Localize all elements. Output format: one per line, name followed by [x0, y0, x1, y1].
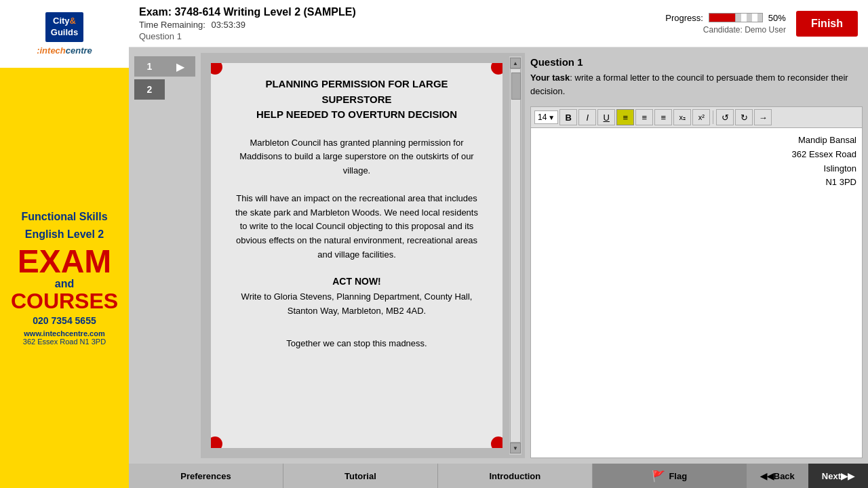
redo-button[interactable]: ↻ — [735, 109, 753, 125]
q-btn-1-row: 1 ▶ — [134, 56, 195, 77]
progress-seg-1 — [709, 14, 736, 22]
progress-percent: 50% — [768, 13, 786, 23]
preferences-button[interactable]: Preferences — [129, 464, 283, 488]
flag-icon: 🚩 — [652, 470, 665, 483]
question-label: Question 1 — [139, 31, 665, 41]
question-nav-btn-1[interactable]: 1 — [134, 56, 165, 77]
doc-address-line2: Stanton Way, Marbleton, MB2 4AD. — [288, 306, 426, 316]
ad-address: 362 Essex Road N1 3PD — [23, 338, 106, 346]
bold-button[interactable]: B — [559, 109, 577, 125]
amp-text: & — [70, 16, 76, 26]
city-text: City — [53, 16, 70, 26]
editor-line3: Islington — [824, 163, 856, 174]
subscript-button[interactable]: x₂ — [673, 109, 691, 125]
toolbar-sep — [713, 110, 713, 124]
corner-decoration-br — [491, 436, 502, 448]
scroll-track[interactable] — [510, 68, 521, 443]
header: Exam: 3748-614 Writing Level 2 (SAMPLE) … — [129, 0, 868, 47]
editor-area[interactable]: Mandip Bansal 362 Essex Road Islington N… — [530, 127, 863, 458]
special-char-button[interactable]: → — [754, 109, 772, 125]
intech-logo: :intechcentre — [37, 45, 92, 56]
sidebar: City& Guilds :intechcentre Functional Sk… — [0, 0, 129, 488]
flag-section: 🚩 Flag — [593, 464, 747, 488]
guilds-text: Guilds — [51, 27, 78, 37]
tutorial-button[interactable]: Tutorial — [283, 464, 438, 488]
progress-bar — [709, 13, 763, 22]
task-label: Your task — [530, 73, 570, 83]
nav-section: ◀◀ Back Next ▶▶ — [747, 464, 868, 488]
doc-para2: This will have an impact on the recreati… — [231, 192, 482, 262]
font-size-selector[interactable]: 14 ▼ — [534, 110, 558, 124]
time-value: 03:53:39 — [211, 20, 245, 30]
ad-exam-text: EXAM — [18, 245, 112, 278]
superscript-button[interactable]: x² — [692, 109, 710, 125]
task-text: : write a formal letter to the council t… — [530, 73, 848, 96]
doc-act-now: ACT NOW! — [332, 276, 381, 287]
exam-title: Exam: 3748-614 Writing Level 2 (SAMPLE) — [139, 6, 665, 18]
progress-row: Progress: 50% — [665, 13, 786, 23]
doc-title-line2: HELP NEEDED TO OVERTURN DECISION — [256, 108, 457, 120]
document-area: PLANNING PERMISSION FOR LARGE SUPERSTORE… — [201, 53, 525, 458]
document-paper: PLANNING PERMISSION FOR LARGE SUPERSTORE… — [211, 63, 502, 448]
editor-line2: 362 Essex Road — [792, 149, 856, 159]
introduction-button[interactable]: Introduction — [438, 464, 593, 488]
font-size-arrow: ▼ — [548, 114, 555, 121]
ad-courses-text: COURSES — [11, 290, 118, 312]
editor-line4: N1 3PD — [825, 177, 856, 187]
candidate-label: Candidate: Demo User — [703, 25, 786, 35]
editor-line1: Mandip Bansal — [798, 135, 856, 145]
scroll-up-btn[interactable]: ▲ — [510, 58, 521, 68]
question-title: Question 1 — [530, 56, 863, 68]
question-task: Your task: write a formal letter to the … — [530, 71, 863, 98]
corner-decoration-tl — [211, 63, 222, 75]
progress-seg-2 — [736, 14, 762, 22]
doc-scrollbar[interactable]: ▲ ▼ — [509, 56, 521, 455]
ad-title-line2: English Level 2 — [25, 228, 104, 242]
editor-toolbar: 14 ▼ B I U ≡ ≡ ≡ x₂ x² ↺ ↻ → — [530, 106, 863, 127]
back-label: Back — [774, 471, 795, 481]
header-info: Exam: 3748-614 Writing Level 2 (SAMPLE) … — [139, 6, 665, 41]
bottom-bar: Preferences Tutorial Introduction 🚩 Flag… — [129, 464, 868, 488]
font-size-value: 14 — [538, 113, 547, 122]
right-panel: Question 1 Your task: write a formal let… — [530, 53, 863, 458]
time-remaining: Time Remaining: 03:53:39 — [139, 20, 665, 30]
scroll-thumb[interactable] — [511, 73, 521, 100]
italic-button[interactable]: I — [578, 109, 596, 125]
doc-para1: Marbleton Council has granted planning p… — [231, 136, 482, 178]
scroll-down-btn[interactable]: ▼ — [510, 443, 521, 453]
ad-phone: 020 7354 5655 — [33, 315, 96, 326]
corner-decoration-bl — [211, 436, 222, 448]
question-nav: 1 ▶ 2 — [134, 53, 195, 458]
next-button[interactable]: Next ▶▶ — [808, 464, 868, 488]
align-center-button[interactable]: ≡ — [635, 109, 653, 125]
flag-label: Flag — [669, 471, 687, 481]
main-area: Exam: 3748-614 Writing Level 2 (SAMPLE) … — [129, 0, 868, 488]
next-arrow: ▶▶ — [841, 471, 854, 481]
q-btn-1-arrow: ▶ — [165, 56, 195, 77]
ad-website: www.intechcentre.com — [24, 329, 104, 338]
undo-button[interactable]: ↺ — [716, 109, 734, 125]
underline-button[interactable]: U — [597, 109, 615, 125]
doc-address-line1: Write to Gloria Stevens, Planning Depart… — [241, 291, 473, 302]
align-left-button[interactable]: ≡ — [616, 109, 634, 125]
content-area: 1 ▶ 2 PLANNING PERMISSION FOR LARGE SUPE… — [129, 47, 868, 464]
align-right-button[interactable]: ≡ — [654, 109, 672, 125]
city-guilds-box: City& Guilds — [45, 12, 83, 42]
city-guilds-logo: City& Guilds :intechcentre — [0, 0, 129, 68]
back-arrow: ◀◀ — [760, 471, 774, 481]
header-right: Progress: 50% Candidate: Demo User — [665, 13, 786, 35]
sidebar-advertisement: Functional Skills English Level 2 EXAM a… — [0, 68, 129, 488]
ad-title-line1: Functional Skills — [21, 210, 107, 224]
doc-tagline: Together we can stop this madness. — [286, 338, 427, 348]
finish-button[interactable]: Finish — [796, 11, 858, 37]
doc-address: Write to Gloria Stevens, Planning Depart… — [241, 290, 473, 319]
question-section: Question 1 Your task: write a formal let… — [530, 53, 863, 106]
doc-title: PLANNING PERMISSION FOR LARGE SUPERSTORE… — [231, 77, 482, 123]
time-label: Time Remaining: — [139, 20, 205, 30]
question-nav-btn-2[interactable]: 2 — [134, 79, 165, 100]
next-label: Next — [822, 471, 841, 481]
progress-label: Progress: — [665, 13, 703, 23]
editor-content: Mandip Bansal 362 Essex Road Islington N… — [536, 134, 856, 190]
corner-decoration-tr — [491, 63, 502, 75]
back-button[interactable]: ◀◀ Back — [747, 464, 808, 488]
